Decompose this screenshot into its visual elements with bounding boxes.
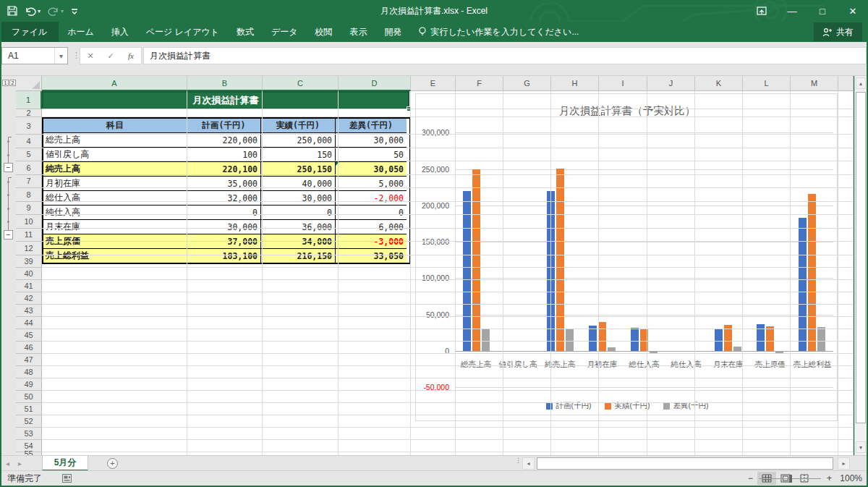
sheet-tab-active[interactable]: 5月分 — [42, 456, 88, 471]
chart-bar[interactable] — [631, 328, 639, 351]
tab-scroll-splitter[interactable]: ⋮ — [515, 459, 519, 462]
chart-bar[interactable] — [817, 327, 825, 351]
profit-loss-table[interactable]: 科目計画(千円)実績(千円)差異(千円)総売上高220,000250,00030… — [42, 117, 411, 264]
cell-diff[interactable]: 50 — [336, 148, 407, 162]
prev-sheet-icon[interactable]: ◂ — [6, 460, 9, 467]
cell-diff[interactable]: 5,000 — [336, 177, 407, 191]
chart-bar[interactable] — [608, 347, 616, 351]
column-header-D[interactable]: D — [339, 76, 411, 91]
chart-bar[interactable] — [799, 218, 807, 351]
collapse-group-icon[interactable]: − — [4, 163, 13, 172]
insert-function-icon[interactable]: fx — [121, 48, 141, 64]
row-header-43[interactable]: 43 — [16, 305, 42, 317]
chart-bar[interactable] — [766, 326, 774, 351]
column-header-K[interactable]: K — [695, 76, 743, 91]
cell-plan[interactable]: 183,100 — [187, 249, 261, 263]
cell-diff[interactable]: 30,000 — [336, 133, 407, 148]
column-header-G[interactable]: G — [503, 76, 551, 91]
row-header-49[interactable]: 49 — [16, 378, 42, 391]
cell-actual[interactable]: 34,000 — [261, 234, 336, 249]
ribbon-tab-2[interactable]: 挿入 — [103, 22, 137, 43]
cell-label[interactable]: 値引戻し高 — [43, 148, 187, 162]
column-header-H[interactable]: H — [551, 76, 599, 91]
redo-icon[interactable]: ▾ — [48, 6, 64, 16]
column-header-A[interactable]: A — [42, 76, 187, 91]
row-header-41[interactable]: 41 — [16, 280, 42, 292]
chart-bar[interactable] — [472, 169, 480, 352]
zoom-slider[interactable] — [759, 478, 821, 479]
vertical-scrollbar[interactable]: ▴ ▾ — [854, 76, 867, 455]
row-header-48[interactable]: 48 — [16, 366, 42, 378]
name-box-dropdown-icon[interactable]: ▾ — [54, 48, 67, 64]
next-sheet-icon[interactable]: ▸ — [18, 460, 22, 467]
cell-actual[interactable]: 216,150 — [261, 249, 336, 263]
undo-icon[interactable]: ▾ — [25, 6, 41, 16]
cell-diff[interactable]: 0 — [336, 206, 407, 220]
chart-bar[interactable] — [589, 326, 597, 351]
bar-chart[interactable]: 月次損益計算書（予実対比） 計画(千円)実績(千円)差異(千円) 300,000… — [415, 93, 838, 421]
column-header-J[interactable]: J — [647, 76, 695, 91]
collapse-group-icon[interactable]: − — [4, 230, 13, 240]
formula-input[interactable]: 月次損益計算書 — [143, 47, 867, 64]
cancel-icon[interactable]: ✕ — [80, 48, 101, 64]
cell-label[interactable]: 売上原価 — [43, 234, 187, 249]
cell-plan[interactable]: 37,000 — [187, 234, 261, 249]
cell-plan[interactable]: 220,000 — [187, 133, 261, 148]
row-header-50[interactable]: 50 — [16, 391, 42, 403]
row-header-53[interactable]: 53 — [16, 428, 42, 440]
ribbon-tab-file[interactable]: ファイル — [0, 22, 59, 43]
row-header-5[interactable]: 5 — [16, 148, 42, 162]
cell-plan[interactable]: 0 — [187, 206, 261, 220]
cell-actual[interactable]: 30,000 — [261, 191, 336, 206]
close-button[interactable]: ✕ — [838, 0, 868, 22]
select-all-button[interactable] — [16, 76, 42, 91]
tell-me-box[interactable]: 実行したい作業を入力してください... — [411, 22, 587, 43]
scroll-up-icon[interactable]: ▴ — [856, 77, 866, 89]
cell-label[interactable]: 純仕入高 — [43, 206, 187, 220]
chart-bar[interactable] — [808, 194, 816, 351]
cell-label[interactable]: 売上総利益 — [43, 249, 187, 263]
column-header-C[interactable]: C — [263, 76, 339, 91]
column-header-L[interactable]: L — [743, 76, 791, 91]
scroll-right-icon[interactable]: ▸ — [838, 457, 850, 470]
row-header-10[interactable]: 10 — [16, 215, 42, 229]
row-header-44[interactable]: 44 — [16, 317, 42, 329]
ribbon-tab-1[interactable]: ホーム — [59, 22, 103, 43]
ribbon-display-options-icon[interactable] — [746, 0, 777, 22]
save-icon[interactable] — [7, 6, 17, 16]
macro-record-icon[interactable] — [62, 474, 72, 485]
row-header-52[interactable]: 52 — [16, 415, 42, 428]
chart-bar[interactable] — [598, 322, 606, 351]
row-header-6[interactable]: 6 — [16, 161, 42, 175]
selected-title-cell[interactable]: 月次損益計算書 — [42, 91, 409, 109]
cell-actual[interactable]: 250,000 — [261, 133, 336, 148]
row-header-8[interactable]: 8 — [16, 188, 42, 202]
cell-plan[interactable]: 32,000 — [187, 191, 261, 206]
customize-quick-access-icon[interactable] — [71, 6, 78, 16]
row-header-3[interactable]: 3 — [16, 117, 42, 135]
zoom-in-icon[interactable]: + — [827, 473, 832, 483]
outline-level-2[interactable]: 2 — [9, 80, 16, 86]
zoom-out-icon[interactable]: − — [748, 473, 753, 483]
row-header-7[interactable]: 7 — [16, 175, 42, 189]
minimize-button[interactable]: — — [777, 0, 807, 22]
cell-diff[interactable]: -3,000 — [336, 234, 407, 249]
row-header-39[interactable]: 39 — [16, 255, 42, 268]
row-header-2[interactable]: 2 — [16, 109, 42, 117]
scroll-left-icon[interactable]: ◂ — [522, 457, 535, 470]
row-header-42[interactable]: 42 — [16, 292, 42, 305]
horizontal-scrollbar-thumb[interactable] — [537, 457, 833, 470]
row-header-12[interactable]: 12 — [16, 242, 42, 255]
column-header-M[interactable]: M — [791, 76, 838, 91]
cell-label[interactable]: 総売上高 — [43, 133, 187, 148]
ribbon-tab-4[interactable]: 数式 — [228, 22, 263, 43]
enter-icon[interactable]: ✓ — [101, 48, 121, 64]
name-box[interactable]: A1 ▾ — [1, 47, 68, 64]
column-header-I[interactable]: I — [599, 76, 647, 91]
row-header-51[interactable]: 51 — [16, 403, 42, 415]
ribbon-tab-5[interactable]: データ — [263, 22, 307, 43]
cell-diff[interactable]: -2,000 — [336, 191, 407, 206]
row-header-45[interactable]: 45 — [16, 329, 42, 342]
worksheet-grid[interactable]: 月次損益計算書 科目計画(千円)実績(千円)差異(千円)総売上高220,0002… — [42, 91, 854, 455]
cell-plan[interactable]: 100 — [187, 148, 261, 162]
